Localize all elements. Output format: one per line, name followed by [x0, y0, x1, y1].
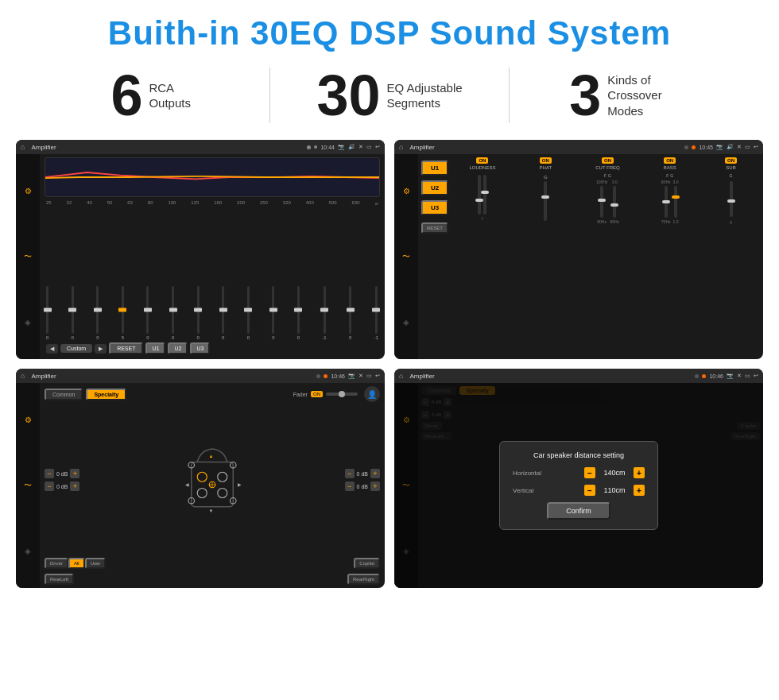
minimize-icon-4[interactable]: ▭ — [745, 373, 750, 379]
cutfreq-g-thumb[interactable] — [610, 203, 618, 207]
driver-btn[interactable]: Driver — [45, 558, 68, 569]
fader-slider-3[interactable] — [326, 393, 358, 396]
vertical-minus-btn[interactable]: − — [584, 485, 595, 496]
eq-thumb-10[interactable] — [294, 308, 302, 312]
eq-thumb-7[interactable] — [219, 308, 227, 312]
eq-thumb-0[interactable] — [44, 308, 52, 312]
reset-button-1[interactable]: RESET — [109, 342, 143, 354]
fr-minus-btn[interactable]: − — [345, 469, 355, 478]
rl-plus-btn[interactable]: + — [70, 481, 79, 491]
u1-button-1[interactable]: U1 — [145, 342, 165, 354]
eq-slider-7[interactable]: 0 — [222, 286, 224, 340]
minimize-icon-1[interactable]: ▭ — [366, 144, 372, 150]
fr-plus-btn[interactable]: + — [370, 469, 380, 478]
back-icon-1[interactable]: ↩ — [375, 144, 380, 150]
vertical-plus-btn[interactable]: + — [634, 485, 645, 496]
rl-minus-btn[interactable]: − — [45, 481, 54, 491]
loudness-thumb-l[interactable] — [475, 199, 483, 202]
eq-track-6[interactable] — [197, 286, 200, 334]
eq-slider-4[interactable]: 0 — [146, 286, 149, 340]
fader-on-badge[interactable]: ON — [311, 391, 323, 397]
on-badge-sub[interactable]: ON — [725, 157, 737, 164]
eq-slider-3[interactable]: 5 — [122, 286, 124, 340]
eq-thumb-12[interactable] — [347, 308, 355, 312]
back-icon-2[interactable]: ↩ — [754, 144, 758, 150]
home-icon-3[interactable]: ⌂ — [21, 372, 25, 380]
eq-track-4[interactable] — [146, 286, 149, 334]
u2-select-btn[interactable]: U2 — [421, 180, 448, 195]
eq-track-2[interactable] — [96, 286, 99, 334]
loudness-thumb-r[interactable] — [481, 191, 489, 194]
eq-track-12[interactable] — [349, 286, 351, 334]
settings-person-icon[interactable]: 👤 — [364, 386, 380, 402]
eq-track-5[interactable] — [172, 286, 174, 334]
x-icon-4[interactable]: ✕ — [737, 373, 742, 379]
eq-track-9[interactable] — [272, 286, 274, 334]
fl-minus-btn[interactable]: − — [45, 469, 54, 478]
speaker-icon-3[interactable]: ◈ — [25, 547, 31, 555]
loudness-track-r[interactable] — [483, 175, 486, 215]
home-icon-1[interactable]: ⌂ — [21, 143, 25, 151]
wave-icon-3[interactable]: 〜 — [24, 480, 32, 491]
bass-freq-track[interactable] — [665, 186, 668, 218]
on-badge-loudness[interactable]: ON — [476, 157, 488, 164]
tab-common-3[interactable]: Common — [45, 389, 83, 400]
eq-thumb-5[interactable] — [169, 308, 177, 312]
on-badge-bass[interactable]: ON — [664, 157, 676, 164]
eq-slider-11[interactable]: -1 — [322, 286, 326, 340]
u3-select-btn[interactable]: U3 — [421, 200, 448, 215]
bass-g-track[interactable] — [674, 186, 677, 218]
cutfreq-g-track[interactable] — [613, 186, 616, 218]
eq-slider-0[interactable]: 0 — [46, 286, 48, 340]
fader-thumb[interactable] — [339, 391, 345, 397]
eq-track-10[interactable] — [297, 286, 300, 334]
eq-icon-1[interactable]: ⚙ — [25, 187, 32, 195]
confirm-button[interactable]: Confirm — [547, 502, 610, 520]
cutfreq-freq-thumb[interactable] — [598, 199, 606, 202]
eq-track-1[interactable] — [72, 286, 74, 334]
loudness-track-l[interactable] — [478, 175, 481, 215]
bass-g-thumb[interactable] — [672, 195, 680, 199]
cutfreq-freq-track[interactable] — [600, 186, 603, 218]
phat-thumb[interactable] — [541, 195, 549, 199]
u2-button-1[interactable]: U2 — [168, 342, 188, 354]
rearleft-btn[interactable]: RearLeft — [45, 574, 74, 585]
eq-track-11[interactable] — [324, 286, 326, 334]
u1-select-btn[interactable]: U1 — [421, 160, 448, 176]
eq-slider-6[interactable]: 0 — [196, 286, 199, 340]
x-icon-3[interactable]: ✕ — [358, 373, 363, 379]
eq-track-3[interactable] — [122, 286, 124, 334]
user-btn[interactable]: User — [85, 558, 107, 569]
prev-button[interactable]: ◀ — [46, 344, 58, 354]
speaker-icon-2[interactable]: ◈ — [403, 318, 409, 327]
eq-thumb-3[interactable] — [118, 308, 126, 312]
eq-thumb-11[interactable] — [320, 308, 328, 312]
eq-sliders-row[interactable]: 0 0 0 5 0 — [45, 211, 380, 340]
bass-freq-thumb[interactable] — [662, 200, 670, 203]
eq-slider-13[interactable]: -1 — [374, 286, 378, 340]
rr-plus-btn[interactable]: + — [370, 481, 380, 491]
eq-slider-1[interactable]: 0 — [72, 286, 74, 340]
eq-icon-3[interactable]: ⚙ — [25, 416, 32, 424]
eq-track-8[interactable] — [247, 286, 250, 334]
back-icon-3[interactable]: ↩ — [375, 373, 380, 379]
next-button[interactable]: ▶ — [95, 344, 107, 354]
eq-track-0[interactable] — [46, 286, 48, 334]
sub-thumb[interactable] — [727, 199, 735, 203]
reset-button-2[interactable]: RESET — [421, 222, 448, 234]
minimize-icon-2[interactable]: ▭ — [745, 144, 750, 150]
eq-thumb-4[interactable] — [144, 308, 152, 312]
copilot-btn[interactable]: Copilot — [354, 558, 380, 569]
sub-track[interactable] — [730, 181, 733, 217]
horizontal-plus-btn[interactable]: + — [634, 467, 645, 478]
eq-slider-8[interactable]: 0 — [247, 286, 250, 340]
home-icon-2[interactable]: ⌂ — [399, 143, 403, 151]
minimize-icon-3[interactable]: ▭ — [366, 373, 372, 379]
back-icon-4[interactable]: ↩ — [754, 373, 758, 379]
on-badge-phat[interactable]: ON — [540, 157, 552, 164]
on-badge-cutfreq[interactable]: ON — [602, 157, 614, 164]
eq-icon-2[interactable]: ⚙ — [403, 187, 410, 195]
eq-slider-2[interactable]: 0 — [96, 286, 99, 340]
eq-thumb-1[interactable] — [68, 308, 76, 312]
eq-track-13[interactable] — [375, 286, 378, 334]
